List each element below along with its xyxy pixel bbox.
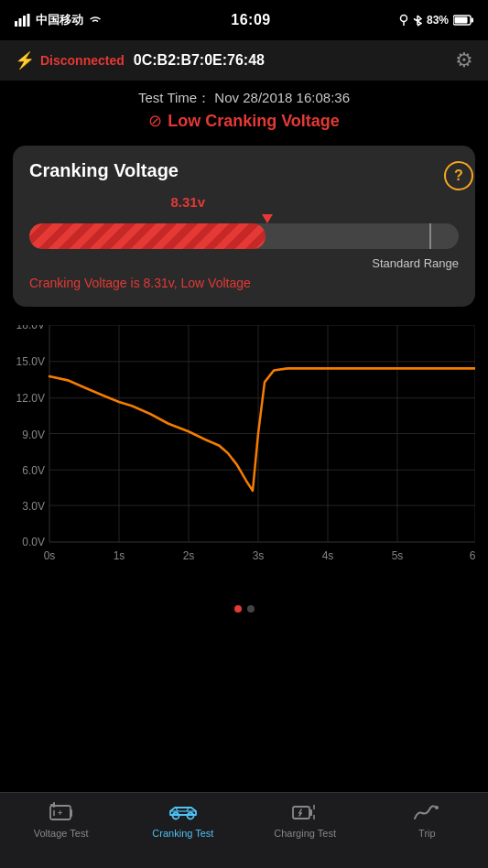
tab-trip-label: Trip xyxy=(418,828,436,839)
svg-text:3s: 3s xyxy=(253,549,265,563)
test-info: Test Time： Nov 28/2018 16:08:36 ⊘ Low Cr… xyxy=(0,81,488,136)
tab-trip[interactable]: Trip xyxy=(366,800,488,839)
svg-text:+: + xyxy=(58,808,62,818)
progress-bar xyxy=(29,223,459,249)
carrier-label: 中国移动 xyxy=(36,12,83,28)
connection-info: ⚡ Disconnected 0C:B2:B7:0E:76:48 xyxy=(15,50,265,71)
card-title: Cranking Voltage xyxy=(29,160,459,181)
status-left: 中国移动 xyxy=(15,12,103,28)
progress-fill xyxy=(29,223,266,249)
device-id: 0C:B2:B7:0E:76:48 xyxy=(134,52,265,69)
svg-text:12.0V: 12.0V xyxy=(16,392,46,406)
status-right: 83% xyxy=(399,14,473,27)
voltage-line xyxy=(49,368,475,491)
svg-rect-7 xyxy=(471,18,473,23)
tab-cranking-icon xyxy=(167,800,200,824)
svg-rect-8 xyxy=(454,17,467,24)
svg-text:15.0V: 15.0V xyxy=(16,355,46,369)
app-header: ⚡ Disconnected 0C:B2:B7:0E:76:48 ⚙ xyxy=(0,40,488,81)
bluetooth-icon xyxy=(413,14,422,27)
battery-icon xyxy=(453,15,473,26)
cranking-voltage-card: Cranking Voltage 8.31v Standard Range Cr… xyxy=(13,146,475,307)
tab-voltage-label: Voltage Test xyxy=(34,828,89,839)
tab-voltage-icon: + xyxy=(49,800,74,824)
svg-point-46 xyxy=(187,813,193,819)
tab-trip-icon xyxy=(413,800,440,824)
svg-marker-9 xyxy=(262,214,273,223)
standard-range-label: Standard Range xyxy=(29,256,459,270)
pagination-dot-2[interactable] xyxy=(247,605,255,613)
standard-range-marker xyxy=(429,223,431,249)
status-bar: 中国移动 16:09 83% xyxy=(0,0,488,40)
tab-bar: + Voltage Test Cranking Test xyxy=(0,792,488,868)
svg-text:9.0V: 9.0V xyxy=(22,428,45,441)
wifi-icon xyxy=(88,15,103,26)
svg-point-45 xyxy=(172,813,179,819)
status-time: 16:09 xyxy=(231,12,270,28)
tab-charging[interactable]: Charging Test xyxy=(244,800,366,839)
connection-status: Disconnected xyxy=(40,53,125,68)
svg-text:5s: 5s xyxy=(392,549,404,563)
voltage-value-label: 8.31v xyxy=(171,194,206,210)
svg-text:6.0V: 6.0V xyxy=(22,463,45,477)
test-time: Test Time： Nov 28/2018 16:08:36 xyxy=(15,90,473,107)
svg-text:18.0V: 18.0V xyxy=(16,325,46,331)
svg-text:1s: 1s xyxy=(114,549,125,563)
tab-charging-icon xyxy=(291,800,319,824)
svg-point-4 xyxy=(400,16,407,22)
svg-text:3.0V: 3.0V xyxy=(22,500,45,514)
tab-charging-label: Charging Test xyxy=(274,828,336,839)
signal-icon xyxy=(15,14,31,27)
voltage-message: Cranking Voltage is 8.31v, Low Voltage xyxy=(29,276,459,290)
battery-pct: 83% xyxy=(427,14,449,27)
link-icon: ⚡ xyxy=(15,50,35,71)
svg-rect-1 xyxy=(19,18,22,27)
svg-rect-0 xyxy=(15,21,17,27)
alert-icon: ⊘ xyxy=(148,111,162,131)
svg-rect-48 xyxy=(309,809,312,816)
svg-text:4s: 4s xyxy=(322,549,334,563)
chart-area: 18.0V 15.0V 12.0V 9.0V 6.0V 3.0V 0.0V 0s… xyxy=(13,316,475,600)
svg-point-54 xyxy=(435,806,439,809)
voltage-arrow-icon xyxy=(262,214,273,223)
location-icon xyxy=(399,14,408,27)
svg-text:0.0V: 0.0V xyxy=(22,536,45,549)
test-time-value: Nov 28/2018 16:08:36 xyxy=(214,90,350,105)
help-button[interactable]: ? xyxy=(444,161,473,190)
svg-text:0s: 0s xyxy=(44,549,56,563)
svg-text:2s: 2s xyxy=(183,549,195,563)
tab-voltage[interactable]: + Voltage Test xyxy=(0,800,122,839)
tab-cranking-label: Cranking Test xyxy=(152,828,213,839)
tab-cranking[interactable]: Cranking Test xyxy=(122,800,244,839)
alert-text: Low Cranking Voltage xyxy=(168,112,340,131)
voltage-chart: 18.0V 15.0V 12.0V 9.0V 6.0V 3.0V 0.0V 0s… xyxy=(13,325,475,581)
alert-row: ⊘ Low Cranking Voltage xyxy=(15,111,473,131)
test-time-label: Test Time： xyxy=(138,90,211,105)
svg-rect-39 xyxy=(70,809,72,817)
pagination-dot-1[interactable] xyxy=(234,605,242,613)
svg-text:6s: 6s xyxy=(470,549,475,563)
svg-rect-3 xyxy=(27,14,30,27)
svg-rect-2 xyxy=(23,16,26,27)
settings-icon[interactable]: ⚙ xyxy=(455,49,473,72)
pagination xyxy=(0,605,488,613)
